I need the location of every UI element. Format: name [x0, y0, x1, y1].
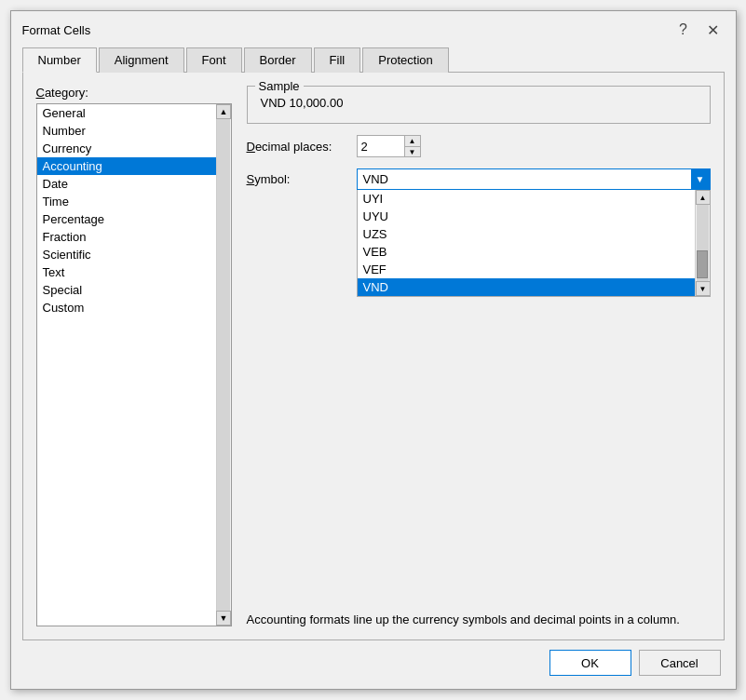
tab-protection[interactable]: Protection: [362, 47, 449, 73]
symbol-option-veb[interactable]: VEB: [358, 243, 695, 261]
sample-legend: Sample: [255, 79, 304, 93]
category-list: General Number Currency Accounting Date …: [37, 104, 216, 626]
scroll-down-arrow[interactable]: ▼: [216, 611, 231, 626]
scroll-track: [217, 119, 230, 611]
decimal-places-row: Decimal places: ▲ ▼: [247, 135, 711, 157]
dropdown-scroll-thumb: [697, 250, 708, 278]
dialog-footer: OK Cancel: [11, 640, 736, 689]
category-item-percentage[interactable]: Percentage: [37, 210, 216, 228]
description-text: Accounting formats line up the currency …: [247, 598, 711, 626]
symbol-option-uzs[interactable]: UZS: [358, 225, 695, 243]
category-item-accounting[interactable]: Accounting: [37, 157, 216, 175]
scroll-up-arrow[interactable]: ▲: [216, 104, 231, 119]
title-bar-controls: ? ✕: [672, 19, 725, 41]
decimal-places-input[interactable]: [358, 138, 404, 155]
dropdown-arrow-icon: ▼: [691, 169, 710, 189]
category-item-scientific[interactable]: Scientific: [37, 246, 216, 263]
ok-button[interactable]: OK: [549, 650, 631, 676]
title-bar: Format Cells ? ✕: [11, 11, 736, 41]
category-list-wrapper: General Number Currency Accounting Date …: [36, 103, 232, 626]
left-panel: Category: General Number Currency Accoun…: [36, 86, 232, 626]
tab-font[interactable]: Font: [186, 47, 242, 73]
symbol-option-vef[interactable]: VEF: [358, 261, 695, 278]
format-cells-dialog: Format Cells ? ✕ Number Alignment Font B…: [10, 10, 737, 690]
tabs-bar: Number Alignment Font Border Fill Protec…: [11, 41, 736, 72]
sample-value: VND 10,000.00: [257, 92, 700, 114]
category-item-date[interactable]: Date: [37, 175, 216, 193]
category-item-text[interactable]: Text: [37, 263, 216, 281]
help-button[interactable]: ?: [672, 19, 695, 41]
right-panel: Sample VND 10,000.00 Decimal places: ▲ ▼: [247, 86, 711, 626]
dropdown-scroll-track: [697, 205, 709, 281]
decimal-input-wrapper: ▲ ▼: [357, 135, 421, 157]
symbol-dropdown-container: VND ▼ UYI UYU UZS VEB VEF VND: [357, 168, 711, 190]
dialog-title: Format Cells: [22, 23, 91, 37]
decimal-spin-up[interactable]: ▲: [405, 136, 420, 146]
dropdown-scroll-up[interactable]: ▲: [696, 190, 711, 205]
category-item-custom[interactable]: Custom: [37, 299, 216, 316]
dropdown-scrollbar: ▲ ▼: [695, 190, 710, 296]
close-button[interactable]: ✕: [702, 19, 725, 41]
tab-number[interactable]: Number: [22, 47, 97, 73]
sample-group: Sample VND 10,000.00: [247, 86, 711, 124]
tab-alignment[interactable]: Alignment: [99, 47, 184, 73]
category-label: Category:: [36, 86, 232, 100]
category-item-number[interactable]: Number: [37, 122, 216, 140]
dropdown-scroll-down[interactable]: ▼: [696, 281, 711, 296]
symbol-label: Symbol:: [247, 168, 349, 186]
symbol-option-uyu[interactable]: UYU: [358, 208, 695, 225]
cancel-button[interactable]: Cancel: [639, 650, 721, 676]
category-item-fraction[interactable]: Fraction: [37, 228, 216, 246]
symbol-option-uyi[interactable]: UYI: [358, 190, 695, 208]
symbol-options-list: UYI UYU UZS VEB VEF VND: [358, 190, 695, 296]
category-scrollbar: ▲ ▼: [216, 104, 231, 626]
decimal-spin-down[interactable]: ▼: [405, 146, 420, 156]
tab-border[interactable]: Border: [244, 47, 312, 73]
symbol-option-vnd[interactable]: VND: [358, 278, 695, 296]
decimal-spin-buttons: ▲ ▼: [404, 136, 420, 156]
category-item-currency[interactable]: Currency: [37, 140, 216, 157]
main-content: Category: General Number Currency Accoun…: [36, 86, 711, 626]
decimal-places-label: Decimal places:: [247, 140, 349, 154]
symbol-row: Symbol: VND ▼ UYI UYU UZS: [247, 168, 711, 190]
tab-fill[interactable]: Fill: [314, 47, 361, 73]
category-item-general[interactable]: General: [37, 104, 216, 122]
symbol-dropdown-list: UYI UYU UZS VEB VEF VND ▲: [357, 190, 711, 297]
symbol-selected-value: VND: [363, 172, 388, 186]
category-item-special[interactable]: Special: [37, 281, 216, 299]
category-item-time[interactable]: Time: [37, 193, 216, 210]
dialog-body: Category: General Number Currency Accoun…: [22, 72, 725, 640]
symbol-dropdown-header[interactable]: VND ▼: [357, 168, 711, 190]
